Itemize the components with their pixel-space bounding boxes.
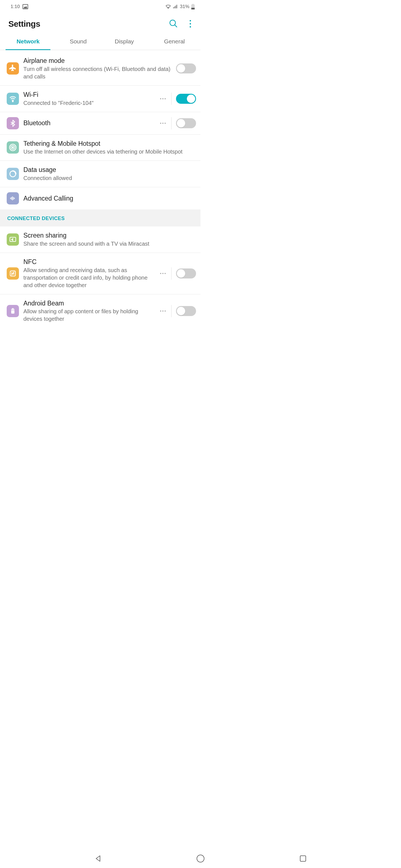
svg-point-18: [12, 309, 12, 309]
row-title: Advanced Calling: [23, 194, 196, 203]
advanced-calling-icon: [7, 192, 19, 205]
row-subtitle: Connected to "Frederic-104": [23, 99, 154, 107]
svg-rect-3: [191, 8, 195, 9]
row-subtitle: Connection allowed: [23, 175, 196, 182]
battery-pct: 31%: [180, 4, 189, 9]
row-title: Bluetooth: [23, 119, 154, 127]
wifi-toggle[interactable]: [176, 94, 196, 104]
page-title: Settings: [8, 19, 40, 29]
beam-toggle[interactable]: [176, 306, 196, 316]
hotspot-icon: [7, 141, 19, 154]
search-button[interactable]: [169, 19, 177, 29]
row-subtitle: Turn off all wireless connections (Wi-Fi…: [23, 65, 172, 81]
svg-rect-14: [13, 197, 13, 199]
row-title: Wi-Fi: [23, 91, 154, 99]
airplane-icon: [7, 62, 19, 74]
tab-network[interactable]: Network: [0, 34, 56, 50]
svg-point-6: [12, 101, 13, 102]
row-title: Android Beam: [23, 299, 154, 307]
row-subtitle: Use the Internet on other devices via te…: [23, 148, 196, 156]
row-title: Data usage: [23, 166, 196, 174]
wifi-status-icon: [165, 4, 171, 9]
row-screen-sharing[interactable]: Screen sharing Share the screen and soun…: [0, 226, 200, 253]
tab-sound[interactable]: Sound: [56, 34, 100, 50]
separator: [171, 267, 172, 280]
status-time: 1:10: [10, 4, 20, 9]
svg-rect-11: [10, 198, 11, 199]
airplane-toggle[interactable]: [176, 63, 196, 73]
status-bar: 1:10 31%: [0, 0, 200, 13]
svg-point-7: [12, 147, 13, 148]
row-android-beam[interactable]: Android Beam Allow sharing of app conten…: [0, 294, 200, 328]
wifi-more-icon[interactable]: [159, 96, 167, 101]
separator: [171, 117, 172, 129]
svg-rect-15: [14, 198, 15, 199]
svg-point-19: [13, 309, 14, 309]
settings-list: Airplane mode Turn off all wireless conn…: [0, 50, 200, 328]
screen-sharing-icon: [7, 234, 19, 246]
row-title: NFC: [23, 258, 154, 266]
svg-rect-12: [11, 197, 12, 199]
tab-general[interactable]: General: [148, 34, 200, 50]
more-options-button[interactable]: [188, 19, 193, 29]
row-airplane-mode[interactable]: Airplane mode Turn off all wireless conn…: [0, 50, 200, 86]
row-subtitle: Allow sending and receiving data, such a…: [23, 267, 154, 289]
app-header: Settings: [0, 13, 200, 34]
svg-line-5: [175, 25, 177, 27]
bluetooth-more-icon[interactable]: [159, 121, 167, 125]
row-title: Tethering & Mobile Hotspot: [23, 140, 196, 148]
svg-point-0: [168, 7, 169, 8]
svg-rect-2: [192, 4, 194, 5]
nfc-icon: [7, 267, 19, 280]
beam-more-icon[interactable]: [159, 309, 167, 313]
separator: [171, 93, 172, 105]
row-data-usage[interactable]: Data usage Connection allowed: [0, 161, 200, 187]
battery-icon: [191, 4, 195, 10]
wifi-icon: [7, 93, 19, 105]
row-nfc[interactable]: NFC Allow sending and receiving data, su…: [0, 253, 200, 294]
row-title: Screen sharing: [23, 231, 196, 240]
svg-rect-13: [12, 196, 13, 200]
row-subtitle: Share the screen and sound with a TV via…: [23, 240, 196, 248]
cell-signal-icon: [173, 4, 178, 9]
android-beam-icon: [7, 305, 19, 317]
row-bluetooth[interactable]: Bluetooth: [0, 112, 200, 135]
image-icon: [23, 4, 28, 9]
bluetooth-toggle[interactable]: [176, 118, 196, 128]
row-wifi[interactable]: Wi-Fi Connected to "Frederic-104": [0, 86, 200, 112]
data-usage-icon: [7, 168, 19, 180]
nfc-more-icon[interactable]: [159, 271, 167, 276]
row-advanced-calling[interactable]: Advanced Calling: [0, 187, 200, 210]
bluetooth-icon: [7, 117, 19, 129]
section-connected-devices: CONNECTED DEVICES: [0, 210, 200, 226]
row-subtitle: Allow sharing of app content or files by…: [23, 308, 154, 323]
tab-display[interactable]: Display: [100, 34, 148, 50]
row-tethering[interactable]: Tethering & Mobile Hotspot Use the Inter…: [0, 135, 200, 161]
tabs: Network Sound Display General: [0, 34, 200, 50]
svg-point-4: [170, 20, 175, 26]
nfc-toggle[interactable]: [176, 269, 196, 278]
row-title: Airplane mode: [23, 57, 172, 65]
separator: [171, 305, 172, 317]
